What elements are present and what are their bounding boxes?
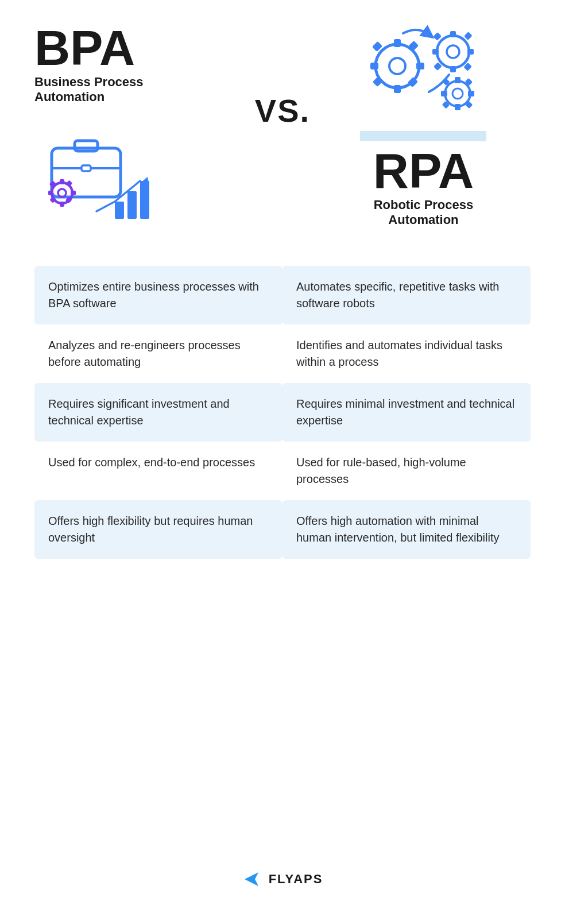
brand-label: FLYAPS [269,872,323,887]
svg-rect-8 [48,191,53,195]
svg-rect-20 [394,39,401,47]
bpa-header: BPA Business ProcessAutomation [34,23,249,231]
rpa-header: RPA Robotic ProcessAutomation [316,23,531,228]
svg-rect-42 [441,91,447,96]
svg-marker-48 [245,872,258,886]
svg-point-38 [445,81,470,106]
svg-rect-34 [434,32,442,41]
svg-rect-22 [370,63,378,69]
svg-rect-6 [60,179,64,184]
svg-point-29 [447,45,459,58]
svg-rect-37 [464,32,473,40]
svg-rect-26 [373,76,383,87]
bpa-illustration [34,117,172,231]
rpa-feature-2: Requires minimal investment and technica… [282,383,531,442]
svg-rect-15 [127,191,137,219]
svg-rect-23 [416,63,424,69]
svg-rect-40 [455,77,460,83]
bpa-feature-2: Requires significant investment and tech… [34,383,282,442]
svg-point-28 [437,36,469,68]
bpa-title: BPA [34,23,135,72]
svg-rect-14 [115,202,124,219]
svg-rect-13 [65,180,72,187]
comparison-grid: Optimizes entire business processes with… [23,266,542,559]
rpa-label-bar [360,131,486,141]
bpa-feature-4: Offers high flexibility but requires hum… [34,500,282,559]
svg-rect-16 [140,181,149,219]
rpa-feature-1: Identifies and automates individual task… [282,324,531,383]
bpa-feature-3: Used for complex, end-to-end processes [34,442,282,500]
bpa-subtitle: Business ProcessAutomation [34,75,144,105]
rpa-feature-0: Automates specific, repetitive tasks wit… [282,266,531,324]
vs-section: VS. [249,23,316,129]
rpa-feature-4: Offers high automation with minimal huma… [282,500,531,559]
rpa-title: RPA [373,146,474,195]
svg-rect-3 [82,165,91,171]
svg-rect-43 [468,91,474,96]
footer: FLYAPS [23,846,542,890]
flyaps-logo-icon [242,869,263,890]
svg-rect-7 [60,202,64,207]
bpa-feature-1: Analyzes and re-engineers processes befo… [34,324,282,383]
rpa-feature-3: Used for rule-based, high-volume process… [282,442,531,500]
svg-rect-32 [432,49,439,55]
svg-rect-33 [467,49,474,55]
rpa-subtitle: Robotic ProcessAutomation [374,198,474,228]
rpa-illustration [360,23,486,126]
svg-rect-9 [71,191,76,195]
bpa-feature-0: Optimizes entire business processes with… [34,266,282,324]
svg-rect-31 [450,66,456,72]
svg-rect-30 [450,31,456,37]
vs-label: VS. [255,92,310,129]
svg-point-39 [452,88,463,99]
svg-rect-41 [455,104,460,110]
svg-rect-21 [394,85,401,93]
svg-point-19 [389,58,405,74]
header-section: BPA Business ProcessAutomation [23,23,542,231]
page-wrapper: BPA Business ProcessAutomation [0,0,565,924]
